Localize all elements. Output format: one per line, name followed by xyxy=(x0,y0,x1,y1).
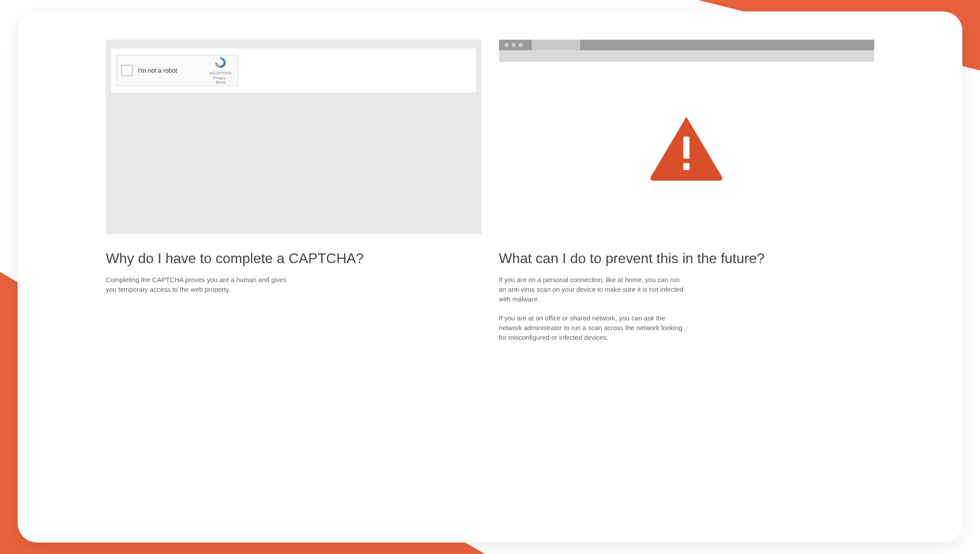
recaptcha-privacy-link[interactable]: Privacy xyxy=(213,76,225,80)
captcha-panel: I'm not a robot reCAPTCHA xyxy=(106,40,481,234)
traffic-light-zoom-icon xyxy=(518,43,523,47)
main-card: I'm not a robot reCAPTCHA xyxy=(18,11,962,543)
svg-rect-2 xyxy=(683,163,689,170)
browser-viewport xyxy=(499,62,875,234)
traffic-light-minimize-icon xyxy=(511,43,516,47)
recaptcha-logo-icon xyxy=(208,56,233,70)
recaptcha-links: Privacy - Terms xyxy=(208,76,233,85)
warning-triangle-icon xyxy=(649,115,724,181)
captcha-container: I'm not a robot reCAPTCHA xyxy=(111,48,476,93)
svg-rect-1 xyxy=(683,137,689,159)
traffic-light-close-icon xyxy=(504,43,509,47)
right-body-2: If you are at an office or shared networ… xyxy=(499,313,689,342)
recaptcha-checkbox[interactable] xyxy=(121,65,133,76)
recaptcha-brand-text: reCAPTCHA xyxy=(208,71,233,76)
browser-titlebar xyxy=(499,40,875,50)
left-heading: Why do I have to complete a CAPTCHA? xyxy=(106,249,481,267)
recaptcha-label: I'm not a robot xyxy=(138,67,202,74)
content-columns: I'm not a robot reCAPTCHA xyxy=(106,40,874,543)
recaptcha-brand: reCAPTCHA Privacy - Terms xyxy=(208,56,233,85)
browser-urlbar xyxy=(499,50,875,62)
left-body: Completing the CAPTCHA proves you are a … xyxy=(106,275,295,294)
recaptcha-widget[interactable]: I'm not a robot reCAPTCHA xyxy=(116,55,238,86)
recaptcha-terms-link[interactable]: Terms xyxy=(215,80,225,85)
browser-panel xyxy=(499,40,875,234)
right-column: What can I do to prevent this in the fut… xyxy=(499,40,875,543)
browser-tab xyxy=(532,40,580,50)
left-column: I'm not a robot reCAPTCHA xyxy=(106,40,481,543)
right-heading: What can I do to prevent this in the fut… xyxy=(499,249,875,267)
right-body-1: If you are on a personal connection, lik… xyxy=(499,275,689,304)
